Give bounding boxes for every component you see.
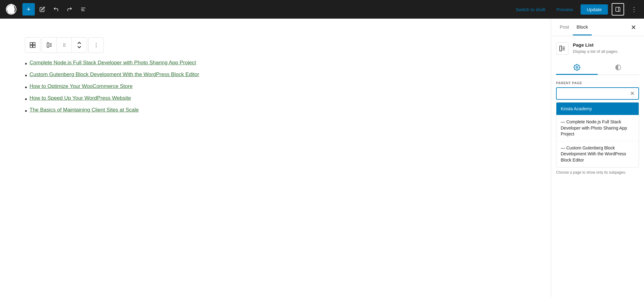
svg-rect-7 xyxy=(33,43,35,45)
sidebar-close-button[interactable]: ✕ xyxy=(628,22,639,33)
sidebar-toggle-button[interactable] xyxy=(612,3,624,16)
parent-page-input[interactable] xyxy=(557,88,638,99)
svg-rect-6 xyxy=(30,43,33,45)
list-item: Complete Node.js Full Stack Developer wi… xyxy=(25,58,526,70)
add-block-button[interactable]: + xyxy=(22,3,35,16)
svg-point-24 xyxy=(576,66,578,68)
redo-button[interactable] xyxy=(63,3,76,16)
page-link-2[interactable]: Custom Gutenberg Block Development With … xyxy=(30,71,199,78)
list-item: How to Speed Up Your WordPress Website xyxy=(25,93,526,105)
block-toolbar: ⋮ xyxy=(25,37,526,53)
dropdown-item-nodejs[interactable]: — Complete Node.js Full Stack Developer … xyxy=(556,115,639,141)
more-options-button[interactable]: ⋮ xyxy=(628,3,640,16)
page-list: Complete Node.js Full Stack Developer wi… xyxy=(25,58,526,117)
block-icon xyxy=(556,42,568,55)
svg-rect-9 xyxy=(33,45,35,48)
block-info: Page List Display a list of all pages. xyxy=(556,42,639,55)
svg-point-18 xyxy=(63,46,64,47)
update-button[interactable]: Update xyxy=(581,4,608,15)
editor-area: ⋮ Complete Node.js Full Stack Developer … xyxy=(0,19,551,297)
main-layout: ⋮ Complete Node.js Full Stack Developer … xyxy=(0,19,644,297)
svg-point-14 xyxy=(63,43,64,44)
toolbar-right: Switch to draft Preview Update ⋮ xyxy=(512,3,640,16)
preview-button[interactable]: Preview xyxy=(553,4,577,15)
svg-rect-4 xyxy=(616,7,620,11)
block-settings-tab-styles[interactable] xyxy=(598,61,639,75)
edit-tool-button[interactable] xyxy=(36,3,48,16)
block-type-button[interactable] xyxy=(42,38,57,53)
parent-page-input-wrapper: ✕ xyxy=(556,87,639,100)
parent-page-dropdown: Kinsta Academy — Complete Node.js Full S… xyxy=(556,102,639,167)
block-toolbar-standalone: ⋮ xyxy=(88,37,104,53)
block-group-button[interactable] xyxy=(25,38,40,53)
dropdown-item-gutenberg[interactable]: — Custom Gutenberg Block Development Wit… xyxy=(556,141,639,167)
parent-page-section: PARENT PAGE ✕ Kinsta Academy — Complete … xyxy=(556,81,639,175)
list-item: The Basics of Maintaining Client Sites a… xyxy=(25,105,526,117)
switch-to-draft-button[interactable]: Switch to draft xyxy=(512,4,549,15)
document-overview-button[interactable] xyxy=(77,3,90,16)
block-toolbar-group-1 xyxy=(25,37,40,53)
block-info-text: Page List Display a list of all pages. xyxy=(573,42,619,54)
wp-logo xyxy=(4,0,19,19)
list-item: Custom Gutenberg Block Development With … xyxy=(25,70,526,81)
block-settings-tabs xyxy=(556,61,639,75)
block-more-options-button[interactable]: ⋮ xyxy=(89,38,104,53)
undo-button[interactable] xyxy=(50,3,62,16)
list-item: How to Optimize Your WooCommerce Store xyxy=(25,81,526,93)
drag-handle-button[interactable] xyxy=(57,38,72,53)
page-link-4[interactable]: How to Speed Up Your WordPress Website xyxy=(30,95,131,101)
svg-rect-20 xyxy=(560,46,562,51)
right-sidebar: Post Block ✕ Page List Display a lis xyxy=(551,19,644,297)
tab-block[interactable]: Block xyxy=(573,19,592,35)
page-link-5[interactable]: The Basics of Maintaining Client Sites a… xyxy=(30,107,139,113)
svg-point-15 xyxy=(65,43,65,44)
block-name: Page List xyxy=(573,42,619,48)
tab-post[interactable]: Post xyxy=(556,19,573,35)
parent-page-label: PARENT PAGE xyxy=(556,81,639,85)
block-settings-tab-gear[interactable] xyxy=(556,61,598,75)
block-toolbar-group-2 xyxy=(42,37,87,53)
block-description: Display a list of all pages. xyxy=(573,49,619,54)
svg-point-16 xyxy=(63,45,64,45)
parent-page-hint: Choose a page to show only its subpages. xyxy=(556,170,639,175)
block-move-arrows-button[interactable] xyxy=(72,38,87,53)
svg-rect-8 xyxy=(30,45,33,48)
page-link-3[interactable]: How to Optimize Your WooCommerce Store xyxy=(30,83,132,89)
svg-point-19 xyxy=(65,46,65,47)
dropdown-item-kinsta-academy[interactable]: Kinsta Academy xyxy=(556,103,639,115)
sidebar-header: Post Block ✕ xyxy=(551,19,644,36)
sidebar-content: Page List Display a list of all pages. xyxy=(551,36,644,297)
svg-rect-10 xyxy=(47,43,49,48)
svg-point-17 xyxy=(65,45,65,45)
main-toolbar: + Switch to draft Preview Update xyxy=(0,0,644,19)
parent-page-clear-button[interactable]: ✕ xyxy=(628,89,637,98)
page-link-1[interactable]: Complete Node.js Full Stack Developer wi… xyxy=(30,60,196,66)
